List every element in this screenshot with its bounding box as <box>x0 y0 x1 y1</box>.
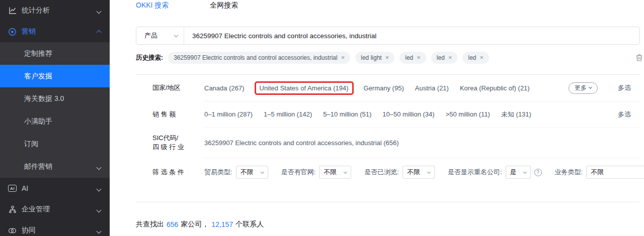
sidebar-item-label: 客户发掘 <box>24 72 52 81</box>
sidebar-item-label: 统计分析 <box>22 6 50 15</box>
filter-row-country: 国家/地区 Canada (267) United States of Amer… <box>136 75 640 101</box>
select-value: 不限 <box>591 168 604 177</box>
filter-row-conditions: 筛 选 条 件 贸易类型: 不限 是否有官网: 不限 <box>136 158 640 186</box>
org-chart-icon <box>8 205 17 214</box>
sidebar-item-custom-recommend[interactable]: 定制推荐 <box>0 42 110 65</box>
close-icon[interactable]: × <box>341 55 345 60</box>
country-multi-select-link[interactable]: 多选 <box>618 83 631 92</box>
history-tag[interactable]: led light × <box>355 52 394 64</box>
sales-option[interactable]: 0–1 million (287) <box>204 110 253 118</box>
country-filter-label: 国家/地区 <box>152 83 186 92</box>
sic-label-line1: SIC代码/ <box>152 134 186 143</box>
sic-label-line2: 四 级 行 业 <box>152 143 186 152</box>
sidebar-item-label: 企业管理 <box>22 205 50 214</box>
sidebar-item-subscription[interactable]: 订阅 <box>0 133 110 155</box>
condition-label: 是否已浏览: <box>364 168 399 177</box>
sidebar-item-label: 邮件营销 <box>24 162 52 171</box>
sidebar-item-marketing[interactable]: 营销 <box>0 21 110 42</box>
tab-okki-search[interactable]: OKKI 搜索 <box>136 1 169 10</box>
filter-panel: 国家/地区 Canada (267) United States of Amer… <box>136 74 640 202</box>
summary-suffix: 个联系人 <box>235 220 264 229</box>
sidebar-item-customs-data[interactable]: 海关数据 3.0 <box>0 87 110 110</box>
sales-multi-select-link[interactable]: 多选 <box>618 110 631 119</box>
chevron-down-icon <box>174 33 178 37</box>
sales-option[interactable]: 1–5 million (142) <box>264 110 312 118</box>
country-options: Canada (267) United States of America (1… <box>204 82 640 94</box>
history-search-row: 历史搜索: 36259907 Electric controls and con… <box>136 52 644 64</box>
country-option[interactable]: Germany (95) <box>364 84 404 92</box>
condition-business-type: 业务类型: 不限 <box>555 166 644 179</box>
help-icon[interactable]: ? <box>534 169 542 176</box>
condition-label: 是否有官网: <box>281 168 316 177</box>
search-category-label: 产品 <box>144 31 157 40</box>
sidebar-item-label: 协同 <box>22 226 36 235</box>
close-icon[interactable]: × <box>385 55 389 60</box>
chevron-down-icon <box>427 170 431 173</box>
close-icon[interactable]: × <box>479 55 484 60</box>
chevron-down-icon <box>344 170 347 173</box>
search-input[interactable] <box>184 32 639 40</box>
sidebar-item-label: 定制推荐 <box>24 49 52 58</box>
history-tag[interactable]: led × <box>399 52 426 64</box>
sales-options: 0–1 million (287) 1–5 million (142) 5–10… <box>204 110 640 119</box>
country-option-highlighted[interactable]: United States of America (194) <box>255 81 354 95</box>
history-tag-text: led <box>405 54 413 61</box>
sales-option[interactable]: >50 million (11) <box>446 110 490 118</box>
condition-label: 贸易类型: <box>204 168 232 177</box>
sidebar-item-label: 订阅 <box>24 140 38 149</box>
search-category-dropdown[interactable]: 产品 <box>136 27 184 44</box>
history-tag[interactable]: led × <box>431 52 458 64</box>
filter-row-sales: 销 售 额 0–1 million (287) 1–5 million (142… <box>136 101 640 127</box>
contact-count: 12,157 <box>211 220 233 228</box>
business-type-select[interactable]: 不限 <box>586 166 644 179</box>
sidebar-item-collaboration[interactable]: 协同 <box>0 220 110 236</box>
viewed-select[interactable]: 不限 <box>403 166 435 179</box>
marketing-submenu: 定制推荐 客户发掘 海关数据 3.0 小满助手 订阅 邮件营销 <box>0 42 110 178</box>
country-option[interactable]: Korea (Republic of) (21) <box>460 84 530 92</box>
sic-value-area: 36259907 Electric controls and control a… <box>204 139 640 147</box>
company-count: 656 <box>167 220 178 228</box>
line-chart-icon <box>8 7 17 15</box>
sidebar-item-enterprise-management[interactable]: 企业管理 <box>0 199 110 220</box>
history-tag[interactable]: led × <box>462 52 489 64</box>
condition-has-website: 是否有官网: 不限 <box>281 166 352 179</box>
sidebar-item-label: AI <box>22 184 28 192</box>
has-website-select[interactable]: 不限 <box>319 166 351 179</box>
duplicate-name-select[interactable]: 是 <box>506 166 531 179</box>
sidebar-item-customer-discovery[interactable]: 客户发掘 <box>0 65 110 87</box>
sidebar-item-statistics[interactable]: 统计分析 <box>0 0 110 21</box>
sidebar: 统计分析 营销 定制推荐 客户发掘 海关数据 3.0 小满助手 订阅 邮件营销 <box>0 0 110 236</box>
filter-row-sic: SIC代码/ 四 级 行 业 36259907 Electric control… <box>136 128 640 158</box>
trash-icon <box>635 54 643 62</box>
country-option[interactable]: Austria (21) <box>415 84 449 92</box>
history-tag[interactable]: 36259907 Electric controls and control a… <box>168 52 350 64</box>
close-icon[interactable]: × <box>448 55 452 60</box>
sales-option[interactable]: 5–10 million (51) <box>323 110 371 118</box>
condition-duplicate-name: 是否显示重名公司: 是 ? <box>448 166 542 179</box>
sidebar-item-label: 海关数据 3.0 <box>24 94 64 103</box>
history-tag-text: 36259907 Electric controls and control a… <box>174 54 338 61</box>
sic-selected-value[interactable]: 36259907 Electric controls and control a… <box>204 139 399 147</box>
summary-prefix: 共查找出 <box>136 220 164 229</box>
search-bar: 产品 <box>136 27 640 45</box>
sidebar-item-email-marketing[interactable]: 邮件营销 <box>0 155 110 178</box>
tab-web-search[interactable]: 全网搜索 <box>210 1 238 10</box>
select-value: 不限 <box>324 168 337 177</box>
chevron-down-icon <box>97 163 101 171</box>
trade-type-select[interactable]: 不限 <box>236 166 268 179</box>
close-icon[interactable]: × <box>417 55 421 60</box>
chevron-up-icon <box>97 28 101 36</box>
history-search-label: 历史搜索: <box>136 54 163 62</box>
sales-option[interactable]: 未知 (131) <box>501 110 531 119</box>
history-tag-text: led light <box>361 54 381 61</box>
country-more-button[interactable]: 更多 <box>569 82 598 94</box>
sidebar-item-xiaoman-assistant[interactable]: 小满助手 <box>0 110 110 133</box>
country-option[interactable]: Canada (267) <box>204 84 245 92</box>
select-value: 是 <box>510 168 517 177</box>
history-tag-text: led <box>468 54 476 61</box>
sales-option[interactable]: 10–50 million (34) <box>382 110 434 118</box>
select-value: 不限 <box>240 168 254 177</box>
summary-middle: 家公司， <box>181 220 209 229</box>
sidebar-item-ai[interactable]: AI AI <box>0 178 110 199</box>
clear-history-button[interactable] <box>635 54 643 62</box>
